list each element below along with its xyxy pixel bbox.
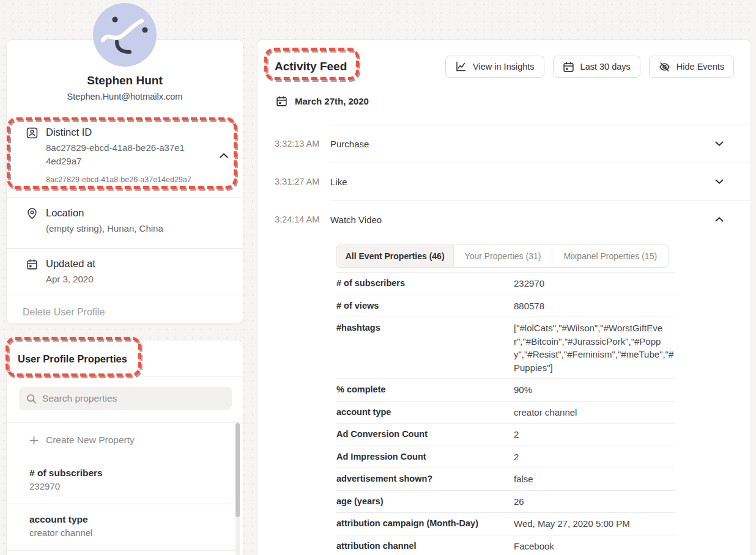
property-value: Wed, May 27, 2020 5:00 PM xyxy=(514,517,675,531)
eye-off-icon xyxy=(659,61,670,73)
delete-user-profile-button[interactable]: Delete User Profile xyxy=(23,307,105,318)
plus-icon xyxy=(29,436,39,445)
property-value: false xyxy=(514,472,675,486)
property-value: 880578 xyxy=(514,300,675,313)
property-key: # of views xyxy=(336,300,514,313)
event-row[interactable]: 3:32:13 AMPurchase xyxy=(258,125,750,163)
property-list: # of subscribers232970account typecreato… xyxy=(7,458,235,551)
date-group-header: March 27th, 2020 xyxy=(276,95,369,107)
calendar-icon xyxy=(26,258,39,286)
event-name: Watch Video xyxy=(330,215,382,225)
button-label: Last 30 days xyxy=(580,62,631,72)
user-profile-properties-card: User Profile Properties Create New Prope… xyxy=(6,340,243,555)
user-profile-properties-title: User Profile Properties xyxy=(18,353,127,365)
property-row: account typecreator channel xyxy=(336,401,675,424)
property-row: advertisement shown?false xyxy=(336,468,675,490)
property-value: ["#lolCats","#Wilson","#WorstGiftEver","… xyxy=(514,322,675,374)
event-time: 3:32:13 AM xyxy=(275,139,330,149)
tab-your-properties-31[interactable]: Your Properties (31) xyxy=(454,245,552,267)
location-section: Location (empty string), Hunan, China xyxy=(26,207,233,235)
divider xyxy=(7,377,243,377)
event-row[interactable]: 3:31:27 AMLike xyxy=(258,163,750,200)
date-group-label: March 27th, 2020 xyxy=(295,96,369,106)
property-row: Ad Conversion Count2 xyxy=(336,423,675,446)
distinct-id-value: 8ac27829-ebcd-41a8-be26-a37e14ed29a7 xyxy=(46,141,187,168)
property-key: advertisement shown? xyxy=(336,472,514,486)
updated-at-section: Updated at Apr 3, 2020 xyxy=(26,258,233,286)
chevron-down-icon[interactable] xyxy=(715,179,724,185)
search-properties-input[interactable] xyxy=(42,393,224,404)
location-label: Location xyxy=(46,207,212,219)
property-value: creator channel xyxy=(29,527,223,538)
property-row: Ad Impression Count2 xyxy=(336,446,675,468)
divider xyxy=(7,550,235,551)
property-value: 232970 xyxy=(514,277,675,290)
create-new-property-label: Create New Property xyxy=(46,435,135,446)
distinct-id-section[interactable]: Distinct ID 8ac27829-ebcd-41a8-be26-a37e… xyxy=(26,127,233,184)
chevron-down-icon[interactable] xyxy=(715,141,724,147)
event-row[interactable]: 3:24:14 AMWatch Video xyxy=(258,200,750,238)
event-time: 3:31:27 AM xyxy=(275,177,330,186)
chevron-up-icon[interactable] xyxy=(715,217,724,222)
tab-mixpanel-properties-15[interactable]: Mixpanel Properties (15) xyxy=(552,245,669,267)
event-name: Like xyxy=(330,177,347,187)
property-key: # of subscribers xyxy=(336,277,514,290)
divider xyxy=(7,248,243,249)
user-name: Stephen Hunt xyxy=(7,74,243,87)
property-key: Ad Conversion Count xyxy=(336,428,514,441)
tab-all-event-properties-46[interactable]: All Event Properties (46) xyxy=(336,245,454,267)
profile-card: Stephen Hunt Stephen.Hunt@hotmailx.com D… xyxy=(6,39,243,324)
event-properties-table: # of subscribers232970# of views880578#h… xyxy=(336,272,675,555)
activity-feed-card: Activity Feed View in InsightsLast 30 da… xyxy=(257,39,751,555)
id-badge-icon xyxy=(26,127,39,184)
map-pin-icon xyxy=(26,207,39,235)
property-name: account type xyxy=(29,514,223,525)
calendar-icon xyxy=(563,61,574,73)
property-key: attribution channel xyxy=(336,540,514,553)
property-row: % complete90% xyxy=(336,378,675,401)
property-key: #hashtags xyxy=(336,322,514,335)
user-profile-page: Stephen Hunt Stephen.Hunt@hotmailx.com D… xyxy=(0,0,756,555)
search-properties-field[interactable] xyxy=(19,387,232,410)
distinct-id-sub-value: 8ac27829-ebcd-41a8-be26-a37e14ed29a7 xyxy=(46,175,212,184)
property-value: 2 xyxy=(514,450,675,464)
property-row: #hashtags["#lolCats","#Wilson","#WorstGi… xyxy=(336,317,675,378)
event-detail-panel: All Event Properties (46)Your Properties… xyxy=(336,244,675,555)
property-key: age (years) xyxy=(336,495,514,509)
button-label: Hide Events xyxy=(676,62,724,72)
feed-actions: View in InsightsLast 30 daysHide Events xyxy=(445,56,734,78)
chevron-up-icon[interactable] xyxy=(220,150,233,161)
search-icon xyxy=(26,394,37,404)
property-value: 90% xyxy=(514,383,675,397)
avatar xyxy=(93,3,157,67)
event-property-tabs: All Event Properties (46)Your Properties… xyxy=(336,244,669,268)
property-key: % complete xyxy=(336,383,514,397)
updated-at-label: Updated at xyxy=(46,258,212,270)
divider xyxy=(7,295,243,295)
property-row: attribution campaign (Month-Day)Wed, May… xyxy=(336,512,675,535)
hide-events-button[interactable]: Hide Events xyxy=(649,56,734,78)
property-value: 26 xyxy=(514,495,675,509)
divider xyxy=(7,197,243,198)
scrollbar-track[interactable] xyxy=(235,423,240,555)
property-row: # of subscribers232970 xyxy=(336,272,675,295)
last-30-days-button[interactable]: Last 30 days xyxy=(553,56,640,78)
updated-at-value: Apr 3, 2020 xyxy=(46,273,212,286)
property-name: # of subscribers xyxy=(29,468,223,479)
list-item[interactable]: account typecreator channel xyxy=(7,504,235,550)
line-chart-icon xyxy=(455,61,467,72)
calendar-icon xyxy=(276,95,287,107)
list-item[interactable]: # of subscribers232970 xyxy=(7,458,235,504)
activity-feed-header: Activity Feed View in InsightsLast 30 da… xyxy=(275,56,734,78)
property-value: 232970 xyxy=(29,481,223,491)
property-row: attribution channelFacebook xyxy=(336,535,675,555)
scrollbar-thumb[interactable] xyxy=(235,423,240,517)
property-key: account type xyxy=(336,406,514,419)
property-row: age (years)26 xyxy=(336,490,675,513)
property-value: creator channel xyxy=(514,406,675,419)
event-list: 3:32:13 AMPurchase3:31:27 AMLike3:24:14 … xyxy=(258,125,750,238)
property-row: # of views880578 xyxy=(336,295,675,317)
user-email: Stephen.Hunt@hotmailx.com xyxy=(7,92,243,101)
create-new-property-button[interactable]: Create New Property xyxy=(7,422,235,458)
view-in-insights-button[interactable]: View in Insights xyxy=(445,56,544,78)
